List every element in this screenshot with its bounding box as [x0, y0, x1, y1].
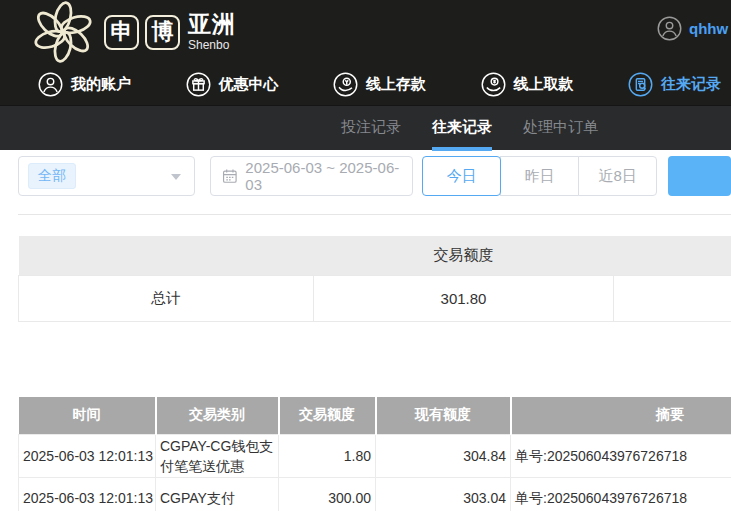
col-header-type: 交易类别	[156, 397, 279, 435]
col-header-balance: 现有额度	[376, 397, 511, 435]
content: 全部 2025-06-03 ~ 2025-06-03 今日 昨日 近8日	[0, 156, 731, 511]
logo-subtitle: Shenbo	[188, 39, 236, 51]
quick-btn-today[interactable]: 今日	[422, 156, 501, 196]
cell-time: 2025-06-03 12:01:13	[19, 478, 156, 511]
nav-item-label: 线上存款	[366, 75, 426, 94]
nav-item-label: 往来记录	[661, 75, 721, 94]
col-header-amount: 交易额度	[279, 397, 376, 435]
nav-item-records[interactable]: 往来记录	[628, 72, 721, 97]
user-icon	[38, 72, 63, 97]
logo-row: 申 博 亚洲 Shenbo qhhw	[0, 0, 731, 64]
tab-bet-records[interactable]: 投注记录	[341, 106, 401, 151]
cell-type: CGPAY-CG钱包支付笔笔送优惠	[156, 435, 279, 478]
logo-region: 亚洲 Shenbo	[188, 13, 236, 51]
tab-transaction-records[interactable]: 往来记录	[432, 106, 492, 151]
cell-amount: 1.80	[279, 435, 376, 478]
cell-amount: 300.00	[279, 478, 376, 511]
summary-total-label: 总计	[19, 275, 314, 321]
cell-note: 单号:202506043976726718	[511, 478, 731, 511]
site-header: 申 博 亚洲 Shenbo qhhw	[0, 0, 731, 105]
nav-item-my-account[interactable]: 我的账户	[38, 72, 131, 97]
summary-total-value: 301.80	[314, 275, 614, 321]
quick-btn-last8days[interactable]: 近8日	[578, 156, 657, 196]
calendar-icon	[222, 168, 238, 184]
col-header-note: 摘要	[511, 397, 731, 435]
record-tab-bar: 投注记录 往来记录 处理中订单	[0, 105, 731, 150]
cell-balance: 304.84	[376, 435, 511, 478]
tab-processing-orders[interactable]: 处理中订单	[523, 106, 598, 151]
avatar-icon	[657, 16, 682, 41]
withdraw-icon	[481, 72, 506, 97]
summary-table: 交易额度 总计 301.80	[18, 236, 731, 322]
summary-total-row: 总计 301.80	[19, 275, 731, 321]
logo-region-cn: 亚洲	[188, 13, 236, 36]
section-divider	[18, 214, 731, 215]
summary-empty-cell	[614, 275, 731, 321]
chevron-down-icon	[171, 174, 181, 180]
cell-note: 单号:202506043976726718	[511, 435, 731, 478]
filter-row: 全部 2025-06-03 ~ 2025-06-03 今日 昨日 近8日	[18, 156, 731, 196]
quick-btn-yesterday[interactable]: 昨日	[500, 156, 579, 196]
gift-icon	[186, 72, 211, 97]
nav-item-label: 我的账户	[71, 75, 131, 94]
cell-balance: 303.04	[376, 478, 511, 511]
type-chip: 全部	[28, 163, 76, 189]
flower-logo-icon	[26, 0, 100, 64]
nav-item-promotions[interactable]: 优惠中心	[186, 72, 279, 97]
main-nav: 我的账户 优惠中心	[0, 64, 731, 105]
user-area[interactable]: qhhw	[657, 16, 728, 41]
summary-header-spacer	[614, 236, 731, 275]
col-header-time: 时间	[19, 397, 156, 435]
nav-item-withdraw[interactable]: 线上取款	[481, 72, 574, 97]
transactions-table: 时间 交易类别 交易额度 现有额度 摘要 2025-06-03 12:01:13…	[18, 397, 731, 511]
brand-logo[interactable]: 申 博 亚洲 Shenbo	[26, 0, 236, 64]
search-button[interactable]	[668, 156, 731, 196]
transactions-header-row: 时间 交易类别 交易额度 现有额度 摘要	[19, 397, 731, 435]
cell-time: 2025-06-03 12:01:13	[19, 435, 156, 478]
nav-item-label: 优惠中心	[219, 75, 279, 94]
summary-header-spacer	[19, 236, 314, 275]
nav-item-deposit[interactable]: 线上存款	[333, 72, 426, 97]
records-icon	[628, 72, 653, 97]
date-range-input[interactable]: 2025-06-03 ~ 2025-06-03	[210, 156, 414, 196]
summary-header-row: 交易额度	[19, 236, 731, 275]
summary-header-label: 交易额度	[314, 236, 614, 275]
logo-char-box: 申	[104, 15, 139, 50]
nav-item-label: 线上取款	[514, 75, 574, 94]
page: 申 博 亚洲 Shenbo qhhw	[0, 0, 731, 511]
type-select[interactable]: 全部	[18, 156, 195, 196]
table-row: 2025-06-03 12:01:13 CGPAY-CG钱包支付笔笔送优惠 1.…	[19, 435, 731, 478]
cell-type: CGPAY支付	[156, 478, 279, 511]
quick-date-group: 今日 昨日 近8日	[422, 156, 657, 196]
table-row: 2025-06-03 12:01:13 CGPAY支付 300.00 303.0…	[19, 478, 731, 511]
username[interactable]: qhhw	[689, 20, 728, 37]
logo-char-box: 博	[145, 15, 180, 50]
date-range-value: 2025-06-03 ~ 2025-06-03	[245, 159, 412, 193]
deposit-icon	[333, 72, 358, 97]
